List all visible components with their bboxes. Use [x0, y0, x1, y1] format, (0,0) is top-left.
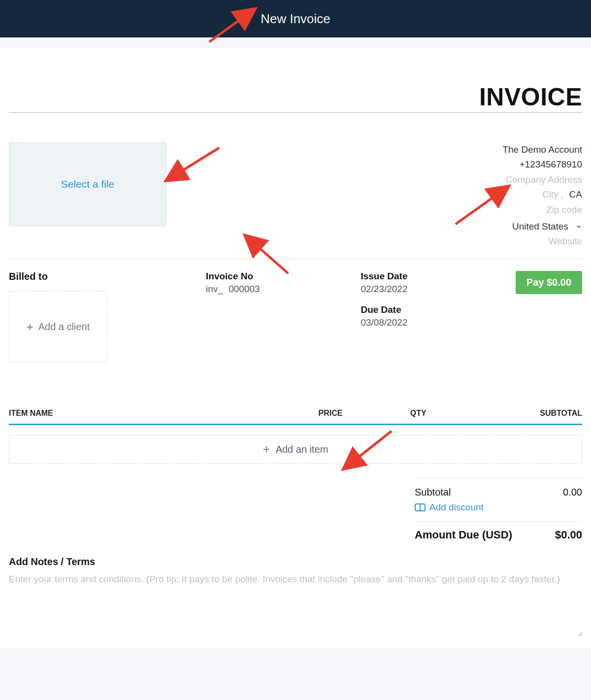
- issue-date-value[interactable]: 02/23/2022: [361, 284, 505, 295]
- col-subtotal: SUBTOTAL: [491, 409, 582, 418]
- chevron-down-icon: [575, 223, 582, 230]
- invoice-no-prefix: inv_: [206, 284, 223, 294]
- items-header-row: ITEM NAME PRICE QTY SUBTOTAL: [9, 409, 582, 425]
- ticket-icon: [415, 503, 426, 511]
- add-discount-label: Add discount: [429, 502, 484, 513]
- country-label: United States: [512, 219, 568, 234]
- due-date-label: Due Date: [361, 304, 505, 315]
- invoice-no-value[interactable]: inv_ 000003: [206, 284, 351, 295]
- issue-date-label: Issue Date: [361, 271, 505, 282]
- country-select[interactable]: United States: [512, 219, 582, 234]
- invoice-no-number: 000003: [229, 284, 260, 294]
- plus-icon: +: [263, 443, 270, 455]
- company-state[interactable]: CA: [569, 189, 582, 200]
- invoice-page: INVOICE Select a file The Demo Account +…: [0, 48, 591, 648]
- logo-upload-label: Select a file: [61, 178, 115, 190]
- city-state-sep: ,: [561, 189, 563, 200]
- amount-due-value: $0.00: [555, 529, 582, 541]
- invoice-no-label: Invoice No: [206, 271, 351, 282]
- add-discount-button[interactable]: Add discount: [415, 502, 484, 513]
- company-website-input[interactable]: Website: [502, 234, 582, 249]
- add-item-button[interactable]: + Add an item: [9, 435, 582, 464]
- totals-panel: Subtotal 0.00 Add discount Amount Due (U…: [415, 477, 582, 541]
- company-name[interactable]: The Demo Account: [502, 142, 582, 157]
- col-price: PRICE: [319, 409, 410, 418]
- add-client-button[interactable]: + Add a client: [9, 291, 107, 363]
- company-address-input[interactable]: Company Address: [502, 172, 582, 187]
- top-bar: New Invoice: [0, 0, 591, 37]
- billed-to-label: Billed to: [9, 271, 196, 282]
- company-zip-input[interactable]: Zip code: [502, 202, 582, 217]
- invoice-title: INVOICE: [9, 83, 582, 113]
- add-item-label: Add an item: [276, 444, 328, 455]
- amount-due-label: Amount Due (USD): [415, 529, 512, 541]
- company-info: The Demo Account +12345678910 Company Ad…: [502, 142, 582, 256]
- page-header-title: New Invoice: [261, 11, 330, 27]
- company-phone[interactable]: +12345678910: [502, 157, 582, 172]
- subtotal-value: 0.00: [563, 487, 582, 498]
- plus-icon: +: [27, 321, 33, 333]
- company-city-input[interactable]: City: [542, 189, 558, 200]
- subtotal-label: Subtotal: [415, 487, 451, 498]
- col-qty: QTY: [410, 409, 491, 418]
- notes-textarea[interactable]: [9, 572, 582, 636]
- logo-upload-dropzone[interactable]: Select a file: [9, 142, 166, 226]
- pay-button[interactable]: Pay $0.00: [516, 271, 582, 294]
- divider: [9, 259, 582, 259]
- due-date-value[interactable]: 03/08/2022: [361, 317, 505, 328]
- col-item-name: ITEM NAME: [9, 409, 319, 418]
- add-client-label: Add a client: [38, 321, 90, 333]
- notes-label: Add Notes / Terms: [9, 556, 582, 567]
